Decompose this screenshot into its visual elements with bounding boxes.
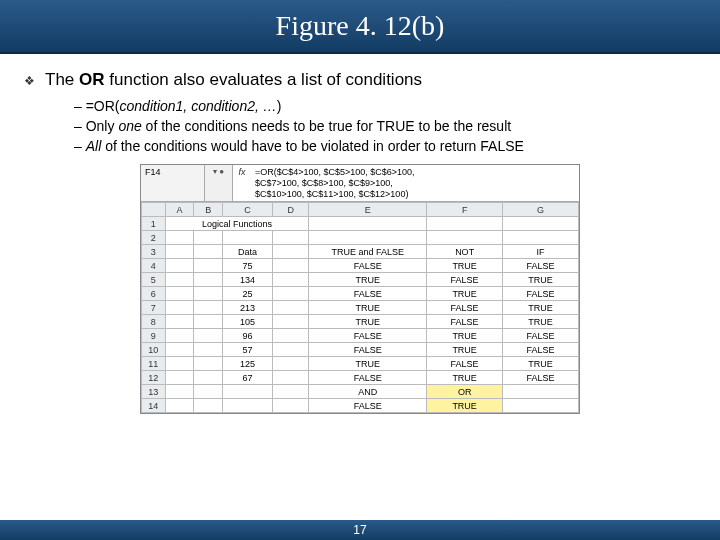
- cell: FALSE: [503, 329, 579, 343]
- table-row: 1057FALSETRUEFALSE: [142, 343, 579, 357]
- formula-bar: F14 ▾ ● fx =OR($C$4>100, $C$5>100, $C$6>…: [141, 165, 579, 202]
- cell: [503, 217, 579, 231]
- col-header: E: [309, 203, 427, 217]
- cell: FALSE: [427, 273, 503, 287]
- cell: TRUE: [427, 287, 503, 301]
- page-number: 17: [353, 523, 366, 537]
- cell: [272, 343, 309, 357]
- cell: TRUE: [427, 343, 503, 357]
- cell: TRUE: [309, 301, 427, 315]
- col-header: G: [503, 203, 579, 217]
- cell: [194, 259, 223, 273]
- cell: TRUE: [427, 259, 503, 273]
- cell: [272, 245, 309, 259]
- cell: 67: [223, 371, 273, 385]
- cell: [194, 329, 223, 343]
- table-row: 7213TRUEFALSETRUE: [142, 301, 579, 315]
- row-header: 3: [142, 245, 166, 259]
- cell: Logical Functions: [165, 217, 309, 231]
- table-row: 8105TRUEFALSETRUE: [142, 315, 579, 329]
- table-row: 475FALSETRUEFALSE: [142, 259, 579, 273]
- cell: [194, 301, 223, 315]
- cell: FALSE: [309, 259, 427, 273]
- cell: TRUE: [503, 315, 579, 329]
- table-row: 14FALSETRUE: [142, 399, 579, 413]
- cell: [503, 385, 579, 399]
- row-header: 1: [142, 217, 166, 231]
- row-header: 12: [142, 371, 166, 385]
- slide-content: ❖ The OR function also evaluates a list …: [0, 54, 720, 414]
- cell: [223, 231, 273, 245]
- cell: FALSE: [427, 315, 503, 329]
- cell: [165, 385, 194, 399]
- formula-text: =OR($C$4>100, $C$5>100, $C$6>100, $C$7>1…: [251, 165, 579, 201]
- cell: [165, 329, 194, 343]
- cell: [309, 217, 427, 231]
- cell: 25: [223, 287, 273, 301]
- cell: [194, 315, 223, 329]
- cell: FALSE: [503, 287, 579, 301]
- main-bullet: ❖ The OR function also evaluates a list …: [24, 70, 696, 90]
- cell: [427, 231, 503, 245]
- cell: 213: [223, 301, 273, 315]
- sub-bullet: Only one of the conditions needs to be t…: [74, 118, 696, 134]
- cell: [165, 357, 194, 371]
- cell: 125: [223, 357, 273, 371]
- cell: [503, 399, 579, 413]
- cell: TRUE: [309, 357, 427, 371]
- table-row: 13ANDOR: [142, 385, 579, 399]
- cell: 105: [223, 315, 273, 329]
- cell: [165, 343, 194, 357]
- row-header: 4: [142, 259, 166, 273]
- cell: 134: [223, 273, 273, 287]
- cell: 96: [223, 329, 273, 343]
- cell: FALSE: [309, 329, 427, 343]
- table-row: 3DataTRUE and FALSENOTIF: [142, 245, 579, 259]
- row-header: 14: [142, 399, 166, 413]
- cell: [165, 245, 194, 259]
- fx-icon: fx: [233, 165, 251, 201]
- cell: [272, 301, 309, 315]
- cell: TRUE: [503, 273, 579, 287]
- cell: FALSE: [309, 287, 427, 301]
- table-row: 2: [142, 231, 579, 245]
- namebox-dropdown-icon: ▾ ●: [205, 165, 233, 201]
- cell: [223, 399, 273, 413]
- cell: TRUE: [503, 357, 579, 371]
- cell: [194, 273, 223, 287]
- corner-cell: [142, 203, 166, 217]
- row-header: 9: [142, 329, 166, 343]
- sub-bullet: All of the conditions would have to be v…: [74, 138, 696, 154]
- cell: [165, 231, 194, 245]
- embedded-spreadsheet-figure: F14 ▾ ● fx =OR($C$4>100, $C$5>100, $C$6>…: [24, 164, 696, 414]
- name-box: F14: [141, 165, 205, 201]
- cell: TRUE: [309, 315, 427, 329]
- cell: [427, 217, 503, 231]
- cell: [272, 371, 309, 385]
- cell: [272, 399, 309, 413]
- cell: [165, 371, 194, 385]
- cell: FALSE: [309, 343, 427, 357]
- cell: [272, 259, 309, 273]
- table-row: 11125TRUEFALSETRUE: [142, 357, 579, 371]
- cell: TRUE: [503, 301, 579, 315]
- cell: TRUE and FALSE: [309, 245, 427, 259]
- cell: [194, 399, 223, 413]
- cell: [194, 385, 223, 399]
- table-row: 625FALSETRUEFALSE: [142, 287, 579, 301]
- cell: Data: [223, 245, 273, 259]
- table-row: 1Logical Functions: [142, 217, 579, 231]
- row-header: 11: [142, 357, 166, 371]
- cell: OR: [427, 385, 503, 399]
- cell: [272, 273, 309, 287]
- cell: FALSE: [503, 343, 579, 357]
- bullet-diamond-icon: ❖: [24, 74, 35, 88]
- row-header: 13: [142, 385, 166, 399]
- row-header: 6: [142, 287, 166, 301]
- cell: [165, 259, 194, 273]
- cell: NOT: [427, 245, 503, 259]
- bullet-text: The OR function also evaluates a list of…: [45, 70, 422, 90]
- cell: [165, 273, 194, 287]
- cell: FALSE: [503, 259, 579, 273]
- cell: [165, 399, 194, 413]
